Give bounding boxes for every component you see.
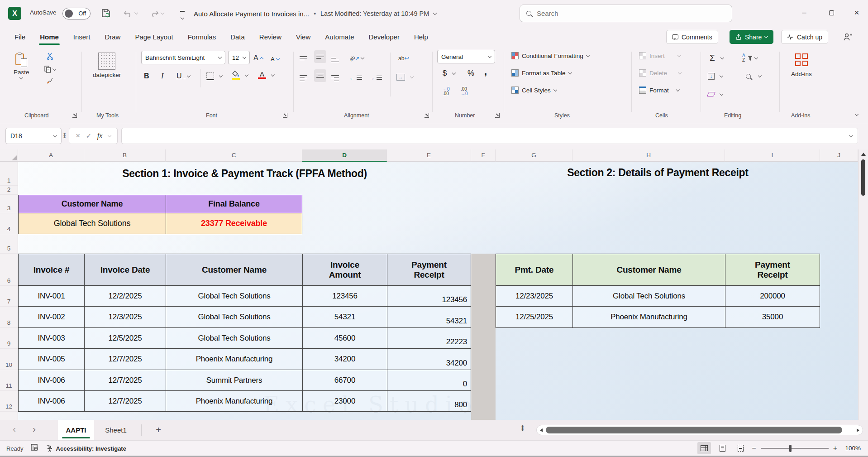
column-header-i[interactable]: I <box>725 149 820 162</box>
cell[interactable]: 12/2/2025 <box>85 286 166 307</box>
sheet-next-icon[interactable]: › <box>33 423 36 434</box>
invoice-header[interactable]: Invoice # <box>19 254 85 286</box>
percent-style-button[interactable]: % <box>467 67 474 80</box>
zoom-slider[interactable] <box>761 448 829 449</box>
cell[interactable]: 0 <box>387 370 471 391</box>
column-header-b[interactable]: B <box>84 149 166 162</box>
tab-page-layout[interactable]: Page Layout <box>129 27 179 46</box>
tab-formulas[interactable]: Formulas <box>181 27 223 46</box>
formula-bar-handle-icon[interactable]: ••• <box>63 133 66 138</box>
tab-insert[interactable]: Insert <box>67 27 97 46</box>
save-icon[interactable] <box>100 8 111 20</box>
cell[interactable]: 35000 <box>725 307 820 327</box>
summary-header-customer[interactable]: Customer Name <box>19 195 166 213</box>
cell[interactable]: 45600 <box>303 328 387 349</box>
align-top-button[interactable] <box>300 53 307 65</box>
sheet-prev-icon[interactable]: ‹ <box>13 423 16 434</box>
copy-button[interactable] <box>44 66 56 73</box>
tab-data[interactable]: Data <box>224 27 251 46</box>
font-color-button[interactable]: A <box>258 69 274 82</box>
formula-expand-icon[interactable] <box>849 133 853 137</box>
datepicker-button[interactable]: datepicker <box>93 53 121 78</box>
number-dialog-launcher-icon[interactable] <box>495 113 500 118</box>
autosum-button[interactable]: Σ <box>710 52 724 64</box>
cell[interactable]: Phoenix Manufacturing <box>166 391 303 411</box>
conditional-formatting-button[interactable]: Conditional Formatting <box>511 52 589 59</box>
cell[interactable]: Phoenix Manufacturing <box>573 307 725 327</box>
tab-help[interactable]: Help <box>408 27 434 46</box>
catch-up-button[interactable]: Catch up <box>781 30 828 44</box>
cell[interactable]: 123456 <box>387 286 471 307</box>
paste-dropdown-icon[interactable] <box>19 76 23 79</box>
modified-dropdown-icon[interactable] <box>433 11 437 14</box>
row-header-13[interactable] <box>0 412 18 420</box>
share-button[interactable]: Share <box>730 30 773 44</box>
cell[interactable]: Global Tech Solutions <box>166 328 303 349</box>
cell[interactable]: 12/5/2025 <box>85 328 166 349</box>
row-header-12[interactable]: 12 <box>0 391 18 412</box>
quick-access-overflow-icon[interactable] <box>180 11 185 21</box>
tab-review[interactable]: Review <box>253 27 288 46</box>
sheet-tab-aapti[interactable]: AAPTI <box>58 420 94 440</box>
horizontal-scrollbar-thumb[interactable] <box>546 427 842 433</box>
row-header-1[interactable]: 1 <box>0 162 18 186</box>
summary-header-balance[interactable]: Final Balance <box>166 195 302 213</box>
section1-title-cell[interactable]: Section 1: Invoice & Payment Track (FPFA… <box>18 168 471 180</box>
column-header-j[interactable]: J <box>820 149 858 162</box>
row-header-4[interactable]: 4 <box>0 213 18 234</box>
cell[interactable]: 12/7/2025 <box>85 349 166 370</box>
redo-dropdown-icon[interactable] <box>161 10 164 14</box>
row-header-11[interactable]: 11 <box>0 370 18 391</box>
bold-button[interactable]: B <box>144 70 149 82</box>
vertical-scrollbar-thumb[interactable] <box>861 159 865 196</box>
orientation-button[interactable]: ab↗ <box>349 52 364 64</box>
comma-style-button[interactable]: , <box>484 65 487 78</box>
cell[interactable]: 23000 <box>303 391 387 411</box>
column-header-c[interactable]: C <box>166 149 302 162</box>
row-header-3[interactable]: 3 <box>0 195 18 213</box>
close-button[interactable]: × <box>845 0 868 25</box>
row-header-2[interactable]: 2 <box>0 186 18 195</box>
row-header-5[interactable]: 5 <box>0 234 18 254</box>
row-header-8[interactable]: 8 <box>0 307 18 328</box>
clipboard-dialog-launcher-icon[interactable] <box>72 113 77 118</box>
number-format-combo[interactable]: General <box>437 50 495 63</box>
cell[interactable]: 12/23/2025 <box>496 286 573 307</box>
align-left-button[interactable] <box>300 72 307 84</box>
summary-customer-cell[interactable]: Global Tech Solutions <box>19 213 166 234</box>
row-header-10[interactable]: 10 <box>0 349 18 370</box>
minimize-button[interactable]: – <box>793 0 816 25</box>
add-sheet-button[interactable]: + <box>149 420 167 440</box>
zoom-slider-thumb[interactable] <box>789 445 792 452</box>
accounting-format-button[interactable]: $ <box>443 67 455 80</box>
cell[interactable]: 12/25/2025 <box>496 307 573 327</box>
decrease-indent-button[interactable]: ← <box>349 72 362 84</box>
wrap-text-button[interactable]: ab↩ <box>398 52 409 64</box>
column-header-f[interactable]: F <box>471 149 496 162</box>
fill-color-button[interactable] <box>232 69 248 82</box>
increase-indent-button[interactable]: → <box>369 72 382 84</box>
tab-bar-options-icon[interactable]: ••• <box>521 425 524 431</box>
align-center-button[interactable] <box>314 69 326 82</box>
clear-button[interactable] <box>708 88 723 101</box>
document-title-area[interactable]: Auto Allocate Payment to Invoices in... … <box>194 0 436 27</box>
undo-button[interactable] <box>123 8 138 18</box>
alignment-dialog-launcher-icon[interactable] <box>424 113 429 118</box>
summary-balance-cell[interactable]: 23377 Receivable <box>166 213 302 234</box>
italic-button[interactable]: I <box>161 70 163 82</box>
cut-button[interactable] <box>46 53 54 62</box>
grow-font-button[interactable]: A <box>253 52 263 64</box>
align-bottom-button[interactable] <box>331 53 339 65</box>
cancel-icon[interactable]: × <box>76 131 80 140</box>
column-header-a[interactable]: A <box>18 149 84 162</box>
payment-header[interactable]: Customer Name <box>573 254 725 286</box>
select-all-corner[interactable] <box>0 149 18 162</box>
cell[interactable]: 12/3/2025 <box>85 307 166 328</box>
shrink-font-button[interactable]: A <box>271 53 279 65</box>
invoice-header[interactable]: Customer Name <box>166 254 303 286</box>
column-header-d[interactable]: D <box>302 149 387 162</box>
cell[interactable]: Phoenix Manufacturing <box>166 349 303 370</box>
invoice-header[interactable]: Invoice Amount <box>303 254 387 286</box>
increase-decimal-button[interactable]: ←0.00 <box>443 85 450 98</box>
cell[interactable]: 123456 <box>303 286 387 307</box>
